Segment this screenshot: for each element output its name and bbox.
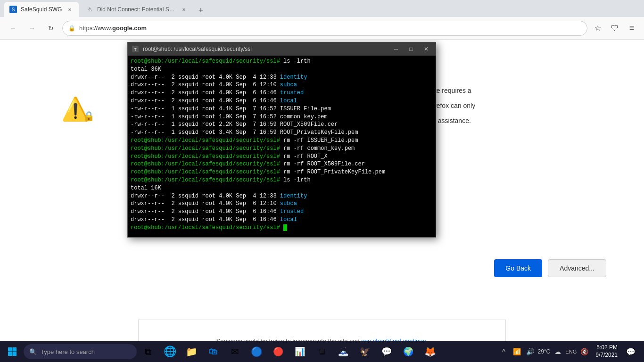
- search-icon: 🔍: [29, 348, 37, 355]
- terminal-window: T root@shub: /usr/local/safesquid/securi…: [127, 42, 436, 238]
- system-tray: ^ 📶 🔊 29°C ☁ ENG 🔇 5:02 PM 9/7/2021 💬: [494, 341, 642, 362]
- taskbar: 🔍 Type here to search ⧉ 🌐 📁 🛍 ✉ 🔵 🔴 📊: [0, 341, 644, 362]
- terminal-line: -rw-r--r-- 1 ssquid root 2.2K Sep 7 16:5…: [131, 121, 433, 129]
- terminal-line: drwxr--r-- 2 ssquid root 4.0K Sep 6 12:1…: [131, 81, 433, 89]
- taskbar-app-explorer[interactable]: 📁: [181, 341, 202, 362]
- terminal-line: total 16K: [131, 184, 433, 192]
- terminal-scroll[interactable]: root@shub:/usr/local/safesquid/security/…: [131, 58, 433, 235]
- app11-icon: 🦅: [359, 346, 371, 357]
- svg-rect-5: [13, 347, 17, 352]
- taskbar-app-12[interactable]: 💬: [376, 341, 397, 362]
- terminal-line: root@shub:/usr/local/safesquid/security/…: [131, 176, 433, 184]
- tab-favicon-safesquid: S: [9, 6, 17, 13]
- tray-lang-icon[interactable]: ENG: [565, 346, 577, 357]
- tray-weather-icon[interactable]: ☁: [552, 346, 563, 357]
- app7-icon: 🔴: [272, 346, 284, 357]
- terminal-prompt-line: root@shub:/usr/local/safesquid/security/…: [131, 224, 433, 232]
- address-domain: google.com: [112, 25, 147, 32]
- tab-close-error[interactable]: ✕: [180, 6, 188, 13]
- error-text-line1: website requires a: [418, 87, 606, 94]
- svg-text:S: S: [12, 7, 15, 12]
- shield-button[interactable]: 🛡: [608, 22, 621, 35]
- forward-button[interactable]: →: [25, 21, 40, 36]
- tab-title-error: Did Not Connect: Potential Sec...: [97, 6, 176, 13]
- clock-display[interactable]: 5:02 PM 9/7/2021: [592, 344, 621, 359]
- app13-icon: 🌍: [403, 346, 414, 357]
- terminal-line: drwxr--r-- 2 ssquid root 4.0K Sep 6 16:4…: [131, 208, 433, 216]
- go-back-button[interactable]: Go Back: [494, 259, 542, 277]
- terminal-line: root@shub:/usr/local/safesquid/security/…: [131, 58, 433, 66]
- address-text: https://www.google.com: [79, 25, 581, 32]
- terminal-cursor: [283, 224, 287, 231]
- error-text-line3: ms for assistance.: [418, 117, 606, 124]
- tab-title-safesquid: SafeSquid SWG: [21, 6, 62, 13]
- start-button[interactable]: [2, 341, 23, 362]
- terminal-line: drwxr--r-- 2 ssquid root 4.0K Sep 4 12:3…: [131, 192, 433, 200]
- taskbar-app-mail[interactable]: ✉: [224, 341, 245, 362]
- terminal-line: drwxr--r-- 2 ssquid root 4.0K Sep 6 16:4…: [131, 216, 433, 224]
- taskbar-app-chrome[interactable]: 🔵: [246, 341, 267, 362]
- back-button[interactable]: ←: [6, 21, 21, 36]
- notification-icon: 💬: [626, 347, 636, 356]
- terminal-title: root@shub: /usr/local/safesquid/security…: [143, 46, 387, 52]
- tray-network-icon[interactable]: 📶: [511, 346, 522, 357]
- tray-speaker-icon[interactable]: 🔊: [524, 346, 536, 357]
- terminal-line: drwxr--r-- 2 ssquid root 4.0K Sep 6 16:4…: [131, 89, 433, 97]
- store-icon: 🛍: [207, 346, 219, 357]
- app12-icon: 💬: [381, 346, 392, 357]
- svg-rect-6: [8, 352, 12, 356]
- terminal-minimize-button[interactable]: ─: [390, 44, 402, 54]
- taskbar-app-13[interactable]: 🌍: [398, 341, 419, 362]
- terminal-line: root@shub:/usr/local/safesquid/security/…: [131, 153, 433, 161]
- new-tab-button[interactable]: +: [194, 4, 207, 17]
- taskbar-app-9[interactable]: 🖥: [311, 341, 332, 362]
- firefox-icon: 🦊: [424, 346, 436, 357]
- advanced-button[interactable]: Advanced...: [548, 259, 606, 277]
- notification-button[interactable]: 💬: [623, 341, 638, 362]
- terminal-line: drwxr--r-- 2 ssquid root 4.0K Sep 4 12:3…: [131, 74, 433, 82]
- task-view-icon: ⧉: [142, 346, 154, 357]
- tab-bar: S SafeSquid SWG ✕ ⚠ Did Not Connect: Pot…: [0, 0, 644, 17]
- browser-window: S SafeSquid SWG ✕ ⚠ Did Not Connect: Pot…: [0, 0, 644, 362]
- tab-safesquid[interactable]: S SafeSquid SWG ✕: [4, 2, 79, 17]
- terminal-line: root@shub:/usr/local/safesquid/security/…: [131, 160, 433, 168]
- terminal-line: drwxr--r-- 2 ssquid root 4.0K Sep 6 12:1…: [131, 200, 433, 208]
- menu-button[interactable]: ≡: [625, 22, 638, 35]
- taskbar-app-8[interactable]: 📊: [289, 341, 310, 362]
- terminal-line: root@shub:/usr/local/safesquid/security/…: [131, 137, 433, 145]
- tab-error[interactable]: ⚠ Did Not Connect: Potential Sec... ✕: [80, 2, 193, 17]
- chrome-icon: 🔵: [251, 346, 262, 357]
- taskbar-app-edge[interactable]: 🌐: [159, 341, 180, 362]
- terminal-titlebar: T root@shub: /usr/local/safesquid/securi…: [128, 42, 436, 56]
- refresh-button[interactable]: ↻: [43, 21, 58, 36]
- lock-icon: 🔒: [68, 25, 75, 32]
- tray-muted-icon[interactable]: 🔇: [578, 346, 590, 357]
- mail-icon: ✉: [229, 346, 240, 357]
- bookmark-button[interactable]: ☆: [591, 22, 604, 35]
- lock-overlay-icon: 🔒: [83, 110, 95, 122]
- taskbar-app-7[interactable]: 🔴: [268, 341, 289, 362]
- date-text: 9/7/2021: [595, 352, 618, 359]
- svg-rect-4: [8, 347, 12, 352]
- taskbar-app-firefox[interactable]: 🦊: [420, 341, 440, 362]
- terminal-line: drwxr--r-- 2 ssquid root 4.0K Sep 6 16:4…: [131, 97, 433, 105]
- page-content: ⚠️ 🔒 website requires a hat Firefox can …: [0, 40, 644, 362]
- app10-icon: 🗻: [338, 346, 349, 357]
- error-text-line2: hat Firefox can only: [418, 102, 606, 109]
- taskbar-app-store[interactable]: 🛍: [203, 341, 223, 362]
- taskbar-app-10[interactable]: 🗻: [333, 341, 354, 362]
- terminal-line: -rw-r--r-- 1 ssquid root 1.9K Sep 7 16:5…: [131, 113, 433, 121]
- terminal-close-button[interactable]: ✕: [421, 44, 432, 54]
- error-text-area: website requires a hat Firefox can only …: [418, 87, 606, 132]
- terminal-maximize-button[interactable]: □: [405, 44, 417, 54]
- tray-chevron[interactable]: ^: [498, 346, 509, 357]
- address-bar[interactable]: 🔒 https://www.google.com: [62, 21, 587, 36]
- task-view-button[interactable]: ⧉: [138, 341, 158, 362]
- tab-close-safesquid[interactable]: ✕: [66, 6, 74, 13]
- file-explorer-icon: 📁: [186, 346, 197, 357]
- taskbar-search-bar[interactable]: 🔍 Type here to search: [24, 344, 137, 359]
- terminal-body[interactable]: root@shub:/usr/local/safesquid/security/…: [128, 56, 436, 237]
- terminal-icon: T: [132, 45, 139, 53]
- taskbar-app-11[interactable]: 🦅: [355, 341, 375, 362]
- error-icon-area: ⚠️ 🔒: [61, 96, 101, 123]
